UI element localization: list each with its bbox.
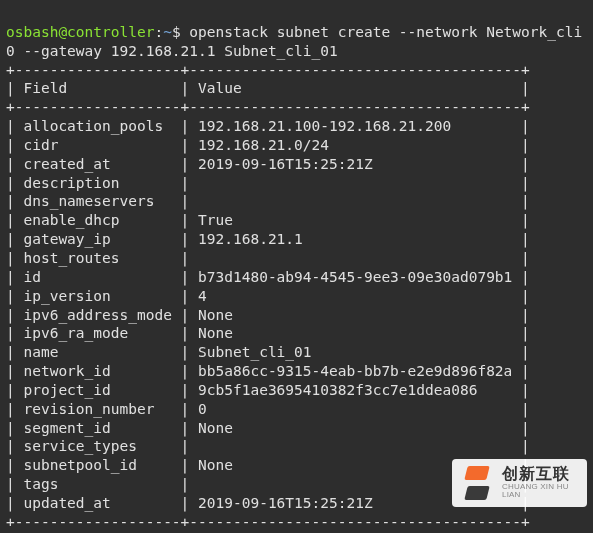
terminal-output: osbash@controller:~$ openstack subnet cr…: [0, 0, 593, 533]
command-line-1[interactable]: openstack subnet create --network Networ…: [189, 24, 582, 40]
watermark-text-en: CHUANG XIN HU LIAN: [502, 483, 579, 500]
prompt-symbol: $: [172, 24, 181, 40]
watermark-text-zh: 创新互联: [502, 466, 579, 483]
watermark-badge: 创新互联 CHUANG XIN HU LIAN: [452, 459, 587, 507]
prompt-path: ~: [163, 24, 172, 40]
command-line-2[interactable]: 0 --gateway 192.168.21.1 Subnet_cli_01: [6, 43, 338, 59]
output-table: +-------------------+-------------------…: [6, 62, 530, 530]
prompt-user-host: osbash@controller: [6, 24, 154, 40]
watermark-logo-icon: [460, 466, 494, 500]
